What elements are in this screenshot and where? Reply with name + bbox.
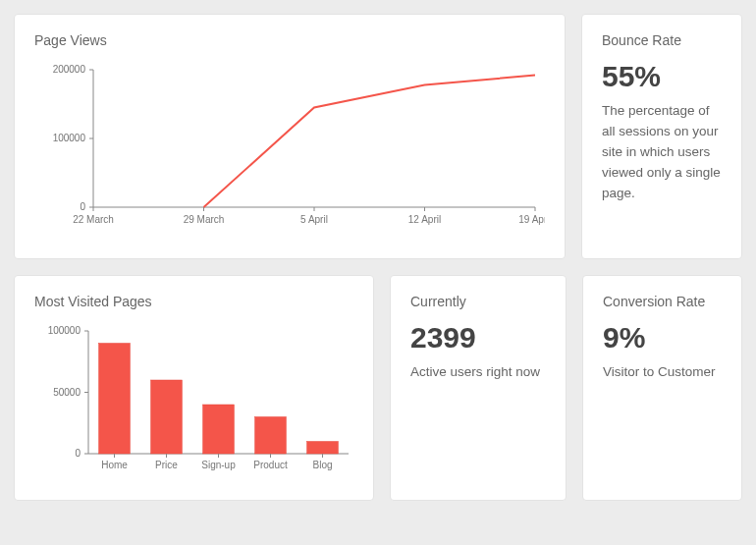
currently-value: 2399 — [410, 321, 546, 354]
most-visited-title: Most Visited Pages — [34, 294, 353, 309]
conversion-card: Conversion Rate 9% Visitor to Customer — [582, 275, 742, 501]
bounce-rate-value: 55% — [602, 60, 722, 93]
svg-rect-25 — [151, 380, 183, 454]
svg-text:Home: Home — [101, 460, 128, 470]
bounce-rate-desc: The percentage of all sessions on your s… — [602, 101, 722, 204]
svg-text:5 April: 5 April — [300, 214, 328, 225]
svg-text:100000: 100000 — [48, 325, 81, 336]
svg-rect-31 — [255, 417, 287, 455]
svg-text:Blog: Blog — [312, 460, 332, 470]
svg-text:50000: 50000 — [53, 387, 81, 398]
svg-text:Sign-up: Sign-up — [201, 460, 236, 470]
svg-rect-28 — [203, 405, 235, 454]
svg-text:200000: 200000 — [53, 64, 86, 75]
svg-text:29 March: 29 March — [184, 214, 225, 225]
svg-text:0: 0 — [75, 448, 81, 459]
svg-rect-34 — [307, 442, 339, 455]
svg-text:0: 0 — [80, 201, 85, 212]
conversion-title: Conversion Rate — [603, 294, 722, 309]
page-views-title: Page Views — [34, 32, 545, 48]
bounce-rate-card: Bounce Rate 55% The percentage of all se… — [581, 14, 742, 259]
currently-title: Currently — [410, 294, 546, 309]
svg-text:100000: 100000 — [53, 133, 86, 143]
conversion-desc: Visitor to Customer — [603, 362, 722, 383]
bounce-rate-title: Bounce Rate — [602, 32, 722, 48]
currently-desc: Active users right now — [410, 362, 546, 383]
most-visited-card: Most Visited Pages 050000100000HomePrice… — [14, 275, 374, 501]
page-views-card: Page Views 010000020000022 March29 March… — [14, 14, 566, 259]
svg-rect-22 — [99, 344, 131, 455]
svg-text:22 March: 22 March — [73, 214, 114, 225]
conversion-value: 9% — [603, 321, 722, 354]
svg-text:19 April: 19 April — [518, 214, 545, 225]
page-views-chart: 010000020000022 March29 March5 April12 A… — [34, 60, 545, 237]
currently-card: Currently 2399 Active users right now — [390, 275, 567, 501]
svg-text:Product: Product — [253, 460, 288, 470]
svg-text:12 April: 12 April — [408, 214, 441, 225]
svg-text:Price: Price — [155, 460, 178, 470]
most-visited-chart: 050000100000HomePriceSign-upProductBlog — [34, 321, 353, 478]
